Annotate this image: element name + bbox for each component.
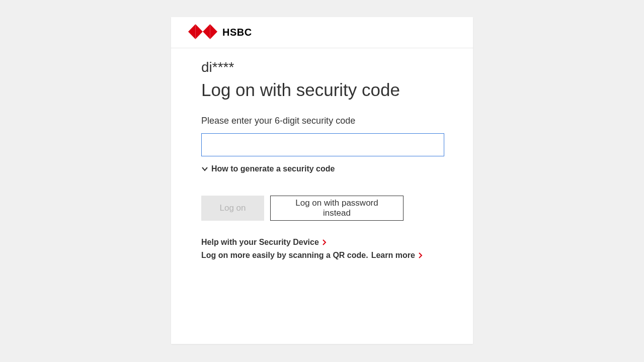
header: HSBC: [171, 17, 473, 48]
how-to-generate-expander[interactable]: How to generate a security code: [201, 164, 444, 173]
hsbc-hexagon-icon: [188, 24, 217, 41]
content: di**** Log on with security code Please …: [171, 48, 473, 260]
qr-learn-text: Learn more: [371, 251, 415, 260]
svg-marker-5: [210, 24, 218, 39]
page-title: Log on with security code: [201, 79, 444, 101]
expander-label: How to generate a security code: [211, 164, 335, 173]
qr-learn-more-link[interactable]: Log on more easily by scanning a QR code…: [201, 251, 444, 260]
masked-username: di****: [201, 59, 444, 75]
chevron-right-icon: [322, 239, 327, 245]
button-row: Log on Log on with password instead: [201, 196, 444, 221]
brand-logo: HSBC: [188, 24, 252, 41]
chevron-right-icon: [418, 252, 423, 258]
brand-name: HSBC: [222, 27, 252, 38]
logon-button[interactable]: Log on: [201, 196, 264, 221]
code-prompt: Please enter your 6-digit security code: [201, 116, 444, 126]
login-card: HSBC di**** Log on with security code Pl…: [171, 17, 473, 344]
help-device-link[interactable]: Help with your Security Device: [201, 238, 444, 247]
svg-marker-0: [188, 24, 196, 39]
logon-password-button[interactable]: Log on with password instead: [270, 196, 404, 221]
qr-lead-text: Log on more easily by scanning a QR code…: [201, 251, 368, 260]
help-device-text: Help with your Security Device: [201, 238, 319, 247]
security-code-input[interactable]: [201, 133, 444, 156]
chevron-down-icon: [201, 165, 208, 172]
